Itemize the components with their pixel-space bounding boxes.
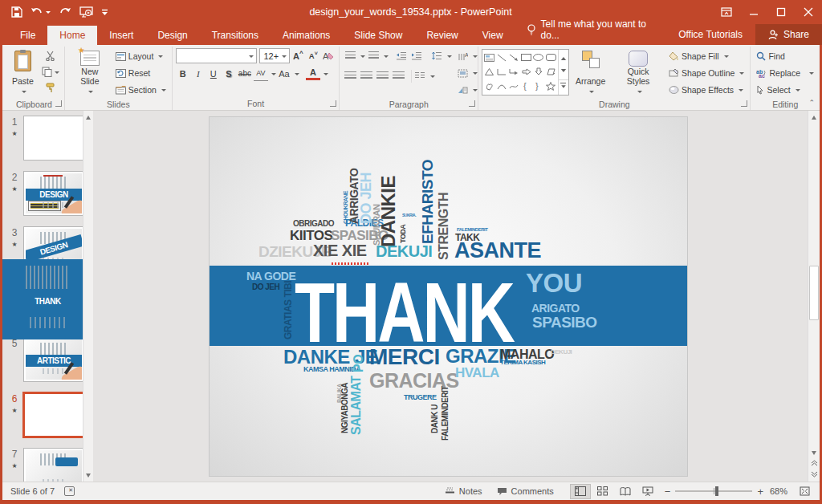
next-slide-button[interactable] [811, 469, 818, 480]
tab-animations[interactable]: Animations [271, 26, 342, 45]
thumbnail-image[interactable] [23, 448, 84, 482]
columns-button[interactable] [413, 68, 427, 83]
bold-button[interactable]: B [176, 66, 190, 81]
tab-file[interactable]: File [8, 26, 47, 45]
zoom-slider-thumb[interactable] [715, 486, 718, 496]
tab-insert[interactable]: Insert [97, 26, 145, 45]
justify-button[interactable] [391, 68, 406, 83]
comments-toggle-button[interactable]: Comments [490, 484, 560, 498]
select-button[interactable]: Select [754, 82, 816, 98]
collapse-ribbon-icon[interactable]: ⌃ [808, 99, 815, 107]
shape-fill-button[interactable]: Shape Fill [666, 48, 747, 64]
font-size-combobox[interactable]: 12+ [259, 48, 290, 63]
shape-outline-button[interactable]: Shape Outline [666, 65, 747, 81]
strikethrough-button[interactable]: abc [237, 66, 253, 81]
start-slideshow-icon[interactable] [79, 6, 93, 18]
maximize-icon[interactable] [767, 0, 795, 24]
zoom-level[interactable]: 68% [770, 486, 787, 496]
align-center-button[interactable] [359, 68, 374, 83]
office-tutorials-button[interactable]: Office Tutorials [665, 25, 755, 44]
bullets-button[interactable] [343, 48, 357, 63]
reset-button[interactable]: Reset [113, 65, 169, 81]
arrange-button[interactable]: Arrange [571, 48, 610, 98]
quick-styles-button[interactable]: Quick Styles [612, 48, 665, 98]
shapes-gallery[interactable]: { } [482, 49, 569, 96]
thumbnail-image[interactable]: DESIGN [23, 116, 84, 161]
thumbnail-image[interactable]: ARTISTIC [23, 337, 84, 382]
tab-design[interactable]: Design [145, 26, 199, 45]
tab-transitions[interactable]: Transitions [200, 26, 271, 45]
numbering-button[interactable] [366, 48, 380, 63]
shapes-gallery-scroll[interactable] [558, 50, 568, 95]
line-spacing-button[interactable] [429, 48, 444, 63]
ribbon-display-options-icon[interactable] [713, 0, 740, 24]
slideshow-view-button[interactable] [637, 484, 658, 499]
zoom-in-button[interactable]: + [757, 486, 763, 497]
convert-smartart-button[interactable] [455, 82, 480, 98]
find-button[interactable]: Find [754, 48, 816, 64]
thumbnail-scrollbar[interactable] [83, 111, 93, 482]
share-button[interactable]: Share [755, 24, 822, 45]
previous-slide-button[interactable] [811, 457, 818, 469]
clear-formatting-button[interactable]: A [321, 48, 336, 63]
notes-off-icon[interactable]: ✕ [64, 486, 75, 496]
slide-thumbnail-5[interactable]: 5ARTISTIC [6, 337, 93, 382]
save-icon[interactable] [11, 6, 22, 18]
font-color-button[interactable]: A [306, 67, 320, 80]
align-right-button[interactable] [375, 68, 390, 83]
text-direction-button[interactable]: A [455, 48, 480, 64]
align-left-button[interactable] [343, 68, 358, 83]
scroll-down-arrow[interactable] [84, 469, 93, 480]
thumbnail-image[interactable]: DESIGN [23, 171, 84, 216]
tab-view[interactable]: View [470, 26, 515, 45]
decrease-font-size-button[interactable]: A˅ [306, 48, 320, 63]
slide-thumbnail-2[interactable]: 2★DESIGN [6, 171, 93, 216]
increase-font-size-button[interactable]: A˄ [291, 48, 305, 63]
text-shadow-button[interactable]: S [222, 66, 236, 81]
fit-slide-to-window-button[interactable] [794, 484, 815, 499]
zoom-out-button[interactable]: − [665, 486, 671, 497]
clipboard-dialog-launcher[interactable] [55, 100, 62, 107]
replace-button[interactable]: abacReplace [754, 65, 816, 81]
zoom-slider[interactable] [675, 490, 752, 492]
cut-button[interactable] [40, 48, 61, 63]
decrease-indent-button[interactable] [394, 48, 409, 63]
slide-canvas[interactable]: OBRIGADOKIITOSSPASIBOPALDIESCHOUKRANEARR… [210, 117, 687, 476]
minimize-icon[interactable] [740, 0, 767, 24]
paragraph-dialog-launcher[interactable] [469, 100, 475, 107]
slide-thumbnail-6[interactable]: 6★THANK [6, 392, 93, 437]
align-text-button[interactable] [455, 65, 480, 81]
reading-view-button[interactable] [615, 484, 636, 499]
font-dialog-launcher[interactable] [330, 100, 336, 107]
slide-thumbnail-1[interactable]: 1★DESIGN [6, 116, 93, 161]
notes-toggle-button[interactable]: Notes [438, 484, 489, 498]
close-icon[interactable] [795, 0, 822, 24]
vertical-scrollbar[interactable] [808, 111, 820, 482]
character-spacing-button[interactable]: AV [254, 66, 268, 81]
tab-home[interactable]: Home [47, 26, 97, 45]
slide-sorter-view-button[interactable] [592, 484, 613, 499]
increase-indent-button[interactable] [409, 48, 424, 63]
paste-button[interactable]: Paste [7, 48, 39, 98]
redo-icon[interactable] [59, 7, 71, 18]
scroll-up-arrow[interactable] [84, 112, 93, 123]
scroll-up-arrow[interactable] [810, 112, 819, 123]
undo-icon[interactable] [31, 7, 51, 18]
italic-button[interactable]: I [191, 66, 206, 81]
underline-button[interactable]: U [206, 66, 221, 81]
format-painter-button[interactable] [40, 80, 61, 96]
customize-qat-icon[interactable] [101, 9, 108, 16]
scroll-down-arrow[interactable] [810, 447, 819, 457]
scrollbar-thumb[interactable] [809, 266, 819, 321]
tab-review[interactable]: Review [414, 26, 470, 45]
thumbnail-image[interactable]: THANK [23, 392, 84, 437]
copy-button[interactable] [40, 64, 61, 79]
change-case-button[interactable]: Aa [277, 66, 291, 81]
tell-me-box[interactable]: Tell me what you want to do... [515, 14, 666, 45]
section-button[interactable]: Section [113, 82, 169, 98]
drawing-dialog-launcher[interactable] [741, 100, 747, 107]
tab-slide-show[interactable]: Slide Show [342, 26, 414, 45]
shape-effects-button[interactable]: Shape Effects [666, 82, 747, 98]
normal-view-button[interactable] [570, 484, 591, 499]
layout-button[interactable]: Layout [113, 48, 169, 64]
